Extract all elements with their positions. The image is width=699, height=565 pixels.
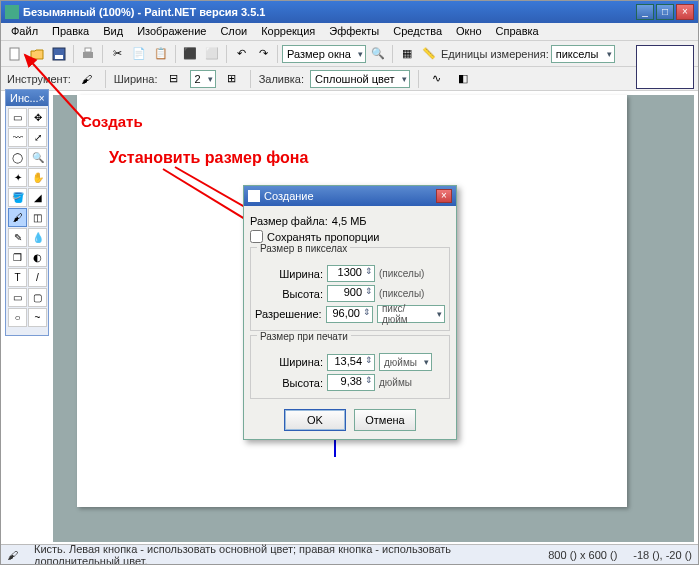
recolor-tool[interactable]: ◐ [28, 248, 47, 267]
zoom-combo[interactable]: Размер окна [282, 45, 366, 63]
brush-width-label: Ширина: [114, 73, 158, 85]
dialog-titlebar[interactable]: Создание × [244, 186, 456, 206]
brush-width-combo[interactable]: 2 [190, 70, 216, 88]
undo-button[interactable]: ↶ [231, 44, 251, 64]
print-height-input[interactable]: 9,38 [327, 374, 375, 391]
crop-button[interactable]: ⬛ [180, 44, 200, 64]
width-unit: (пикселы) [379, 268, 425, 279]
preview-thumbnail[interactable] [636, 45, 694, 89]
toolbox-titlebar[interactable]: Инс... × [6, 90, 48, 106]
keep-aspect-input[interactable] [250, 230, 263, 243]
annotation-create: Создать [81, 113, 143, 130]
minimize-button[interactable]: _ [636, 4, 654, 20]
units-combo[interactable]: пикселы [551, 45, 615, 63]
file-icon [8, 47, 22, 61]
menu-edit[interactable]: Правка [46, 24, 95, 39]
print-button[interactable] [78, 44, 98, 64]
gradient-tool[interactable]: ◢ [28, 188, 47, 207]
roundrect-tool[interactable]: ▢ [28, 288, 47, 307]
resolution-input[interactable]: 96,00 [326, 306, 373, 323]
height-input[interactable]: 900 [327, 285, 375, 302]
width-label: Ширина: [255, 268, 323, 280]
print-width-input[interactable]: 13,54 [327, 354, 375, 371]
svg-rect-3 [83, 52, 93, 58]
zoom-tool-button[interactable]: 🔍 [368, 44, 388, 64]
toolbox-close-icon[interactable]: × [39, 93, 45, 104]
current-tool-icon[interactable]: 🖌 [77, 69, 97, 89]
move-selection-tool[interactable]: ⤢ [28, 128, 47, 147]
ruler-button[interactable]: 📏 [419, 44, 439, 64]
keep-aspect-checkbox[interactable]: Сохранять пропорции [250, 230, 450, 243]
fill-tool[interactable]: 🪣 [8, 188, 27, 207]
toolbox-title-text: Инс... [10, 92, 39, 104]
freeform-tool[interactable]: ~ [28, 308, 47, 327]
resolution-unit-combo[interactable]: пикс/дюйм [377, 305, 445, 323]
picker-tool[interactable]: 💧 [28, 228, 47, 247]
rect-tool[interactable]: ▭ [8, 288, 27, 307]
rect-select-tool[interactable]: ▭ [8, 108, 27, 127]
ok-button[interactable]: OK [284, 409, 346, 431]
menu-file[interactable]: Файл [5, 24, 44, 39]
deselect-button[interactable]: ⬜ [202, 44, 222, 64]
zoom-tool[interactable]: 🔍 [28, 148, 47, 167]
height-label: Высота: [255, 288, 323, 300]
menu-tools[interactable]: Средства [387, 24, 448, 39]
print-width-unit-combo[interactable]: дюймы [379, 353, 432, 371]
open-button[interactable] [27, 44, 47, 64]
redo-button[interactable]: ↷ [253, 44, 273, 64]
filesize-label: Размер файла: [250, 215, 328, 227]
menu-effects[interactable]: Эффекты [323, 24, 385, 39]
lasso-tool[interactable]: 〰 [8, 128, 27, 147]
pencil-tool[interactable]: ✎ [8, 228, 27, 247]
copy-button[interactable]: 📄 [129, 44, 149, 64]
grid-button[interactable]: ▦ [397, 44, 417, 64]
width-minus-button[interactable]: ⊟ [164, 69, 184, 89]
window-titlebar: Безымянный (100%) - Paint.NET версия 3.5… [1, 1, 698, 23]
svg-rect-4 [85, 48, 91, 52]
print-size-group: Размер при печати Ширина: 13,54 дюймы Вы… [250, 335, 450, 399]
folder-icon [30, 47, 44, 61]
save-button[interactable] [49, 44, 69, 64]
ellipse-tool[interactable]: ○ [8, 308, 27, 327]
ellipse-select-tool[interactable]: ◯ [8, 148, 27, 167]
svg-rect-0 [10, 48, 19, 60]
dialog-body: Размер файла: 4,5 МБ Сохранять пропорции… [244, 206, 456, 439]
brush-tool[interactable]: 🖌 [8, 208, 27, 227]
pixel-group-title: Размер в пикселах [257, 243, 350, 254]
filesize-value: 4,5 МБ [332, 215, 367, 227]
eraser-tool[interactable]: ◫ [28, 208, 47, 227]
status-coords: -18 (), -20 () [633, 549, 692, 561]
cut-button[interactable]: ✂ [107, 44, 127, 64]
blend-button[interactable]: ◧ [453, 69, 473, 89]
status-hint: Кисть. Левая кнопка - использовать основ… [34, 543, 532, 566]
fill-label: Заливка: [259, 73, 304, 85]
move-tool[interactable]: ✥ [28, 108, 47, 127]
pan-tool[interactable]: ✋ [28, 168, 47, 187]
clone-tool[interactable]: ❐ [8, 248, 27, 267]
menu-window[interactable]: Окно [450, 24, 488, 39]
separator [102, 45, 103, 63]
close-button[interactable]: × [676, 4, 694, 20]
menu-image[interactable]: Изображение [131, 24, 212, 39]
width-plus-button[interactable]: ⊞ [222, 69, 242, 89]
text-tool[interactable]: T [8, 268, 27, 287]
width-input[interactable]: 1300 [327, 265, 375, 282]
line-tool[interactable]: / [28, 268, 47, 287]
paste-button[interactable]: 📋 [151, 44, 171, 64]
dialog-close-button[interactable]: × [436, 189, 452, 203]
new-button[interactable] [5, 44, 25, 64]
menu-view[interactable]: Вид [97, 24, 129, 39]
maximize-button[interactable]: □ [656, 4, 674, 20]
status-dimensions: 800 () x 600 () [548, 549, 617, 561]
menu-layers[interactable]: Слои [214, 24, 253, 39]
print-height-label: Высота: [255, 377, 323, 389]
wand-tool[interactable]: ✦ [8, 168, 27, 187]
toolbox-panel: Инс... × ▭ ✥ 〰 ⤢ ◯ 🔍 ✦ ✋ 🪣 ◢ 🖌 ◫ ✎ 💧 ❐ ◐… [5, 89, 49, 336]
menu-help[interactable]: Справка [490, 24, 545, 39]
tool-label: Инструмент: [7, 73, 71, 85]
antialias-button[interactable]: ∿ [427, 69, 447, 89]
fill-combo[interactable]: Сплошной цвет [310, 70, 410, 88]
cancel-button[interactable]: Отмена [354, 409, 416, 431]
separator [105, 70, 106, 88]
menu-adjust[interactable]: Коррекция [255, 24, 321, 39]
